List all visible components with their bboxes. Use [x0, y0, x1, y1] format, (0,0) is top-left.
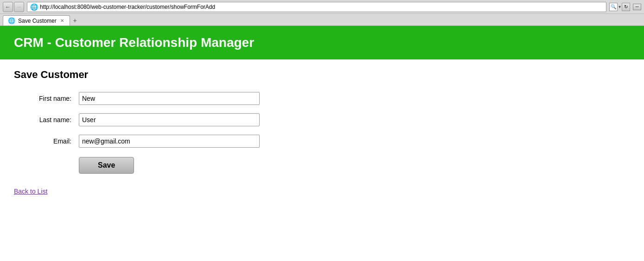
tab-favicon: 🌐 — [8, 17, 15, 24]
search-area: 🔍 ▾ ↻ — [609, 3, 630, 11]
first-name-row: First name: — [19, 92, 630, 105]
app-title: CRM - Customer Relationship Manager — [14, 35, 630, 50]
minimize-button[interactable]: ─ — [633, 4, 641, 10]
last-name-input[interactable] — [79, 113, 260, 126]
search-button[interactable]: 🔍 — [609, 3, 618, 11]
new-tab-button[interactable]: + — [70, 15, 80, 26]
last-name-label: Last name: — [19, 116, 79, 124]
tab-bar: 🌐 Save Customer ✕ + — [0, 14, 644, 26]
forward-button[interactable]: → — [14, 2, 24, 12]
last-name-row: Last name: — [19, 113, 630, 126]
email-input[interactable] — [79, 135, 260, 148]
back-button[interactable]: ← — [3, 2, 13, 12]
active-tab[interactable]: 🌐 Save Customer ✕ — [3, 15, 70, 26]
nav-buttons: ← → — [3, 2, 24, 12]
browser-chrome: ← → 🌐 http://localhost:8080/web-customer… — [0, 0, 644, 14]
tab-title: Save Customer — [18, 18, 57, 24]
email-row: Email: — [19, 135, 630, 148]
first-name-label: First name: — [19, 95, 79, 102]
save-button-row: Save — [79, 157, 630, 174]
back-to-list-link[interactable]: Back to List — [14, 188, 47, 195]
page-title: Save Customer — [14, 69, 630, 81]
save-button[interactable]: Save — [79, 157, 134, 174]
refresh-button[interactable]: ↻ — [622, 3, 630, 11]
tab-close-button[interactable]: ✕ — [59, 18, 65, 23]
search-dropdown[interactable]: ▾ — [618, 4, 621, 9]
address-bar[interactable]: 🌐 http://localhost:8080/web-customer-tra… — [27, 2, 606, 12]
page-body: Save Customer First name: Last name: Ema… — [0, 59, 644, 204]
ie-icon: 🌐 — [30, 3, 38, 11]
first-name-input[interactable] — [79, 92, 260, 105]
url-text: http://localhost:8080/web-customer-track… — [40, 4, 215, 10]
email-label: Email: — [19, 137, 79, 145]
customer-form: First name: Last name: Email: Save — [19, 92, 630, 174]
page-header: CRM - Customer Relationship Manager — [0, 26, 644, 59]
